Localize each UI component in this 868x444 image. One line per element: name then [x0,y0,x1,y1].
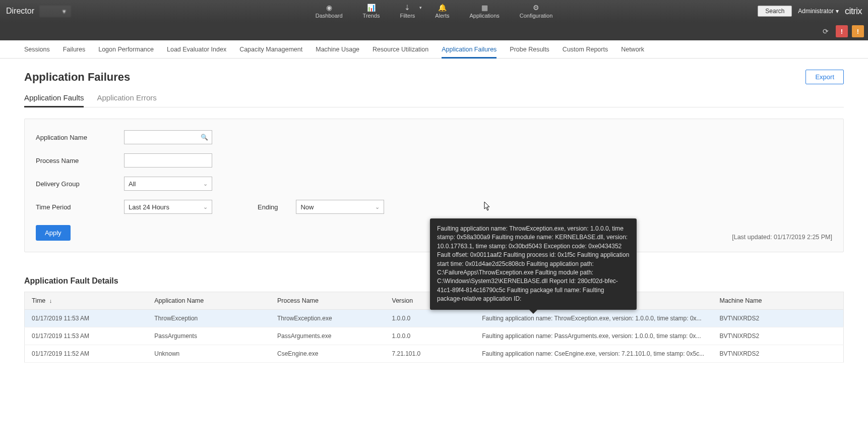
sort-down-icon: ↓ [49,298,52,304]
cell-ver: 1.0.0.0 [385,310,475,327]
citrix-logo: citrix [845,6,862,17]
application-name-input[interactable] [124,130,212,144]
cell-time: 01/17/2019 11:52 AM [25,345,148,363]
chevron-down-icon: ⌄ [375,204,380,210]
tab-load-evaluator-index[interactable]: Load Evaluator Index [167,40,226,58]
table-row[interactable]: 01/17/2019 11:53 AM PassArguments PassAr… [25,327,844,345]
col-app-header[interactable]: Application Name [147,292,270,310]
nav-configuration[interactable]: ⚙ Configuration [517,0,555,22]
chevron-down-icon: ⌄ [203,181,208,187]
col-machine-header[interactable]: Machine Name [713,292,844,310]
cell-proc: PassArguments.exe [270,327,385,345]
select-value: Now [300,203,314,211]
subtab-application-faults[interactable]: Application Faults [24,93,84,107]
apply-button[interactable]: Apply [36,225,71,241]
time-period-select[interactable]: Last 24 Hours ⌄ [124,200,212,214]
app-title: Director [6,7,34,16]
exclamation-icon: ! [857,28,859,35]
cell-ver: 7.21.101.0 [385,345,475,363]
apps-icon: ▦ [481,4,488,12]
bell-icon: 🔔 [438,4,447,12]
cell-mach: BVT\NIXRDS2 [713,345,844,363]
alert-critical-button[interactable]: ! [836,25,848,37]
tab-capacity-management[interactable]: Capacity Management [239,40,302,58]
tab-resource-utilization[interactable]: Resource Utilization [373,40,428,58]
cell-proc: ThrowException.exe [270,310,385,327]
cell-time: 01/17/2019 11:53 AM [25,310,148,327]
tab-application-failures[interactable]: Application Failures [442,40,497,58]
nav-label: Configuration [520,13,552,19]
nav-applications[interactable]: ▦ Applications [466,0,502,22]
table-row[interactable]: 01/17/2019 11:53 AM ThrowException Throw… [25,310,844,327]
topbar-right: Search Administrator ▾ citrix [758,6,862,17]
cell-app: PassArguments [147,327,270,345]
page-content: Application Failures Export Application … [0,59,868,374]
cell-desc: Faulting application name: PassArguments… [475,327,712,345]
chevron-down-icon: ▾ [63,8,66,15]
cell-desc: Faulting application name: ThrowExceptio… [475,310,712,327]
chevron-down-icon: ▾ [836,8,839,15]
site-dropdown[interactable]: ▾ [39,6,71,17]
topbar: Director ▾ ◉ Dashboard 📊 Trends ⇣ Filter… [0,0,868,22]
process-name-label: Process Name [36,157,114,164]
nav-alerts[interactable]: 🔔 Alerts [432,0,452,22]
tab-network[interactable]: Network [621,40,644,58]
topbar-left: Director ▾ [6,6,71,17]
admin-label: Administrator [798,8,834,15]
nav-trends[interactable]: 📊 Trends [360,0,383,22]
export-button[interactable]: Export [805,70,844,84]
col-time-header[interactable]: Time ↓ [25,292,148,310]
tooltip-text: Faulting application name: ThrowExceptio… [437,225,629,302]
delivery-group-label: Delivery Group [36,180,114,188]
cell-ver: 1.0.0.0 [385,327,475,345]
tab-sessions[interactable]: Sessions [24,40,50,58]
header-label: Time [32,297,45,304]
page-title: Application Failures [24,71,130,84]
description-tooltip: Faulting application name: ThrowExceptio… [430,218,637,310]
search-button[interactable]: Search [758,6,792,17]
gauge-icon: ◉ [326,4,332,12]
cell-proc: CseEngine.exe [270,345,385,363]
tab-logon-performance[interactable]: Logon Performance [98,40,154,58]
col-proc-header[interactable]: Process Name [270,292,385,310]
cell-time: 01/17/2019 11:53 AM [25,327,148,345]
select-value: Last 24 Hours [129,203,169,211]
last-updated-text: [Last updated: 01/17/2019 2:25 PM] [732,234,832,241]
tab-failures[interactable]: Failures [63,40,85,58]
tab-custom-reports[interactable]: Custom Reports [563,40,608,58]
filter-icon: ⇣ [404,4,410,12]
tabbar: Sessions Failures Logon Performance Load… [0,40,868,59]
chart-icon: 📊 [367,4,376,12]
topnav: ◉ Dashboard 📊 Trends ⇣ Filters 🔔 Alerts … [313,0,556,22]
nav-dashboard[interactable]: ◉ Dashboard [313,0,346,22]
delivery-group-select[interactable]: All ⌄ [124,177,212,191]
ending-select[interactable]: Now ⌄ [296,200,384,214]
admin-dropdown[interactable]: Administrator ▾ [798,8,839,15]
table-row[interactable]: 01/17/2019 11:52 AM Unknown CseEngine.ex… [25,345,844,363]
subtab-application-errors[interactable]: Application Errors [97,93,156,107]
exclamation-icon: ! [841,28,843,35]
nav-label: Trends [363,13,380,19]
refresh-icon: ⟳ [823,27,829,35]
subtabs: Application Faults Application Errors [24,93,844,107]
subbar: ⟳ ! ! [0,22,868,40]
tab-probe-results[interactable]: Probe Results [510,40,549,58]
gear-icon: ⚙ [533,4,539,12]
time-period-label: Time Period [36,203,114,211]
cell-app: Unknown [147,345,270,363]
ending-label: Ending [258,203,278,211]
refresh-button[interactable]: ⟳ [820,25,832,37]
process-name-input[interactable] [124,153,212,168]
select-value: All [129,180,136,188]
chevron-down-icon: ⌄ [203,204,208,210]
cell-mach: BVT\NIXRDS2 [713,310,844,327]
cell-desc: Faulting application name: CseEngine.exe… [475,345,712,363]
cell-mach: BVT\NIXRDS2 [713,327,844,345]
tab-machine-usage[interactable]: Machine Usage [316,40,359,58]
alert-warning-button[interactable]: ! [852,25,864,37]
nav-label: Applications [469,13,499,19]
page-header: Application Failures Export [24,70,844,84]
nav-label: Filters [400,13,415,19]
cell-app: ThrowException [147,310,270,327]
nav-filters[interactable]: ⇣ Filters [397,0,418,22]
